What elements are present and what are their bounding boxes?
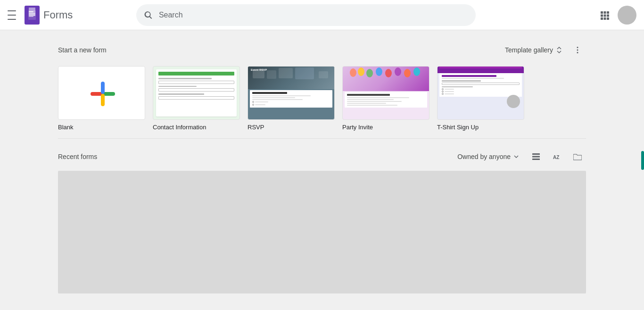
apps-grid-icon	[600, 10, 609, 20]
svg-rect-18	[91, 92, 103, 96]
contact-line-3	[158, 93, 204, 95]
rsvp-radio-row2	[252, 104, 330, 106]
contact-field-3	[158, 96, 234, 100]
balloon2	[358, 67, 364, 76]
section-header-right: Template gallery	[501, 42, 586, 59]
contact-thumb-content	[153, 67, 239, 119]
template-card-rsvp[interactable]: Event RSVP	[248, 66, 335, 131]
tshirt-radio-row3	[442, 93, 520, 95]
colorful-plus-icon	[91, 82, 115, 106]
header-left: Forms	[8, 6, 73, 25]
tshirt-avatar-circle	[507, 95, 520, 108]
scrollbar-track[interactable]	[640, 0, 644, 310]
scrollbar-thumb[interactable]	[641, 151, 644, 170]
rsvp-line1	[252, 95, 311, 96]
tshirt-radio-row1	[442, 88, 520, 90]
contact-thumb-card	[156, 69, 237, 117]
new-form-section-header: Start a new form Template gallery	[58, 42, 586, 59]
tshirt-label: T-Shirt Sign Up	[437, 124, 524, 131]
app-name-text: Forms	[43, 9, 73, 21]
template-card-tshirt[interactable]: T-Shirt Sign Up	[437, 66, 524, 131]
svg-point-17	[577, 52, 578, 53]
balloon4	[376, 67, 382, 76]
blank-label: Blank	[58, 124, 145, 131]
more-vert-icon	[573, 46, 582, 54]
folder-button[interactable]	[569, 148, 586, 165]
contact-line-1	[158, 78, 212, 79]
template-card-party[interactable]: Party Invite	[342, 66, 429, 131]
list-view-icon	[532, 152, 540, 161]
list-view-button[interactable]	[528, 148, 545, 165]
tshirt-title-bar	[442, 75, 496, 77]
rsvp-label: RSVP	[248, 124, 335, 131]
contact-header-bar	[158, 72, 234, 75]
tshirt-radio2	[442, 91, 444, 92]
sort-az-icon: AZ	[553, 152, 561, 161]
rsvp-radio-label1	[255, 101, 268, 102]
svg-rect-2	[29, 11, 33, 12]
balloon7	[404, 69, 411, 77]
svg-rect-20	[101, 82, 105, 94]
folder-icon	[573, 152, 582, 161]
tshirt-radio1	[442, 88, 444, 90]
template-card-contact[interactable]: Contact Information	[153, 66, 240, 131]
party-line3	[347, 101, 402, 102]
rsvp-radio2	[252, 104, 254, 106]
rsvp-line2	[252, 97, 295, 98]
tshirt-radio3	[442, 93, 444, 95]
svg-rect-9	[601, 14, 603, 17]
party-title-bar	[347, 94, 390, 96]
menu-button[interactable]	[8, 9, 19, 21]
plus-icon	[91, 82, 113, 104]
forms-logo-svg	[26, 8, 38, 23]
rsvp-card	[250, 90, 332, 108]
search-input[interactable]	[159, 11, 468, 19]
svg-rect-6	[601, 11, 603, 14]
svg-rect-8	[607, 11, 609, 14]
recent-forms-area	[58, 171, 586, 293]
blank-template-thumb	[58, 66, 145, 120]
owned-by-button[interactable]: Owned by anyone	[454, 151, 524, 162]
rsvp-img-block3	[279, 68, 293, 78]
svg-rect-19	[103, 92, 115, 96]
svg-rect-24	[532, 159, 540, 160]
tshirt-radio-label2	[445, 91, 454, 92]
rsvp-radio1	[252, 101, 254, 103]
sort-button[interactable]: AZ	[548, 148, 565, 165]
svg-rect-12	[601, 17, 603, 20]
balloon1	[350, 68, 356, 77]
svg-rect-14	[607, 17, 609, 20]
owned-by-label: Owned by anyone	[457, 153, 511, 160]
app-header: Forms	[0, 0, 644, 30]
tshirt-header-title	[439, 67, 522, 68]
svg-rect-23	[532, 156, 540, 158]
tshirt-field1	[442, 83, 520, 85]
new-form-title: Start a new form	[58, 46, 107, 54]
rsvp-img-block5	[319, 71, 328, 78]
tshirt-radio-label1	[445, 89, 454, 90]
section-divider	[58, 138, 586, 139]
svg-rect-21	[101, 94, 105, 106]
search-icon	[144, 10, 153, 20]
svg-rect-7	[603, 11, 606, 14]
more-options-button[interactable]	[569, 42, 586, 59]
template-card-blank[interactable]: Blank	[58, 66, 145, 131]
contact-line-2	[158, 86, 197, 87]
contact-field-1	[158, 81, 234, 84]
user-avatar[interactable]	[618, 6, 636, 25]
recent-forms-header: Recent forms Owned by anyone AZ	[58, 148, 586, 165]
header-right	[595, 6, 636, 25]
svg-rect-0	[26, 8, 38, 23]
rsvp-template-thumb: Event RSVP	[248, 66, 335, 120]
apps-grid-button[interactable]	[595, 6, 614, 25]
rsvp-photo: Event RSVP	[248, 67, 334, 89]
party-label: Party Invite	[342, 124, 429, 131]
balloon8	[413, 67, 420, 76]
svg-rect-22	[532, 153, 540, 155]
expand-collapse-icon	[555, 46, 563, 54]
recent-controls: Owned by anyone AZ	[454, 148, 586, 165]
template-gallery-button[interactable]: Template gallery	[501, 44, 567, 56]
svg-rect-5	[29, 16, 33, 17]
app-logo[interactable]: Forms	[25, 6, 73, 25]
svg-rect-1	[28, 10, 36, 20]
